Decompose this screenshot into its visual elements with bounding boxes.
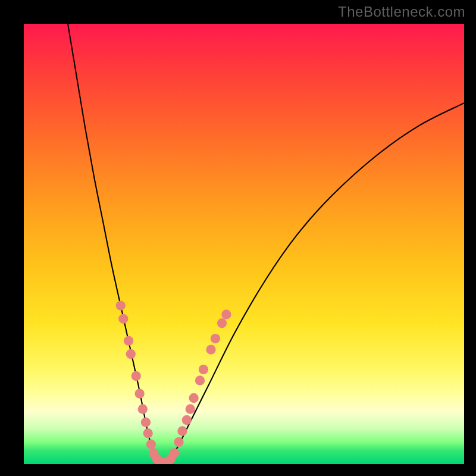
marker-dot (206, 345, 215, 354)
marker-dot (186, 404, 195, 414)
marker-dot (131, 371, 141, 381)
marker-dot (199, 365, 208, 374)
marker-dot (126, 349, 136, 359)
marker-dot (138, 404, 148, 414)
marker-dot (221, 309, 231, 319)
bottleneck-curve (68, 24, 464, 464)
marker-dot (174, 437, 183, 447)
marker-dot (177, 426, 187, 436)
curve-svg (24, 24, 464, 464)
plot-area (24, 24, 464, 464)
marker-dot (124, 336, 133, 346)
marker-dot (141, 418, 151, 427)
marker-dot (211, 334, 220, 343)
marker-dot (195, 375, 205, 385)
marker-dot (189, 393, 199, 403)
chart-frame: TheBottleneck.com (0, 0, 476, 476)
marker-dot (143, 428, 153, 438)
marker-dot (118, 314, 128, 324)
marker-dot (146, 440, 156, 449)
marker-dot (182, 415, 192, 425)
marker-dot (116, 300, 126, 310)
marker-dot (170, 448, 179, 458)
marker-dot (134, 389, 144, 398)
watermark-text: TheBottleneck.com (338, 4, 465, 20)
marker-dot (217, 318, 227, 328)
curve-markers (116, 300, 231, 464)
